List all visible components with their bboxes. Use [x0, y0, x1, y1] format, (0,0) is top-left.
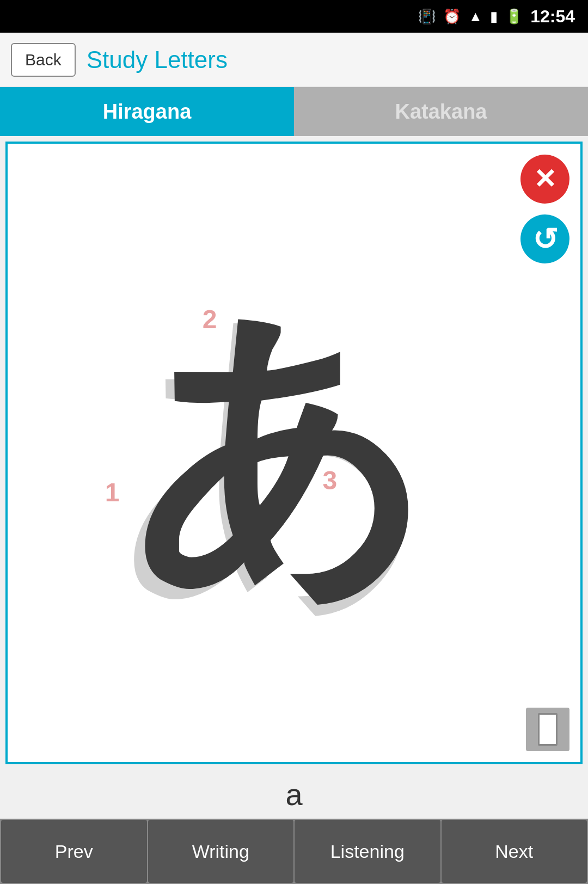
- wifi-icon: ▲: [468, 8, 482, 25]
- top-bar: Back Study Letters: [0, 33, 588, 87]
- battery-icon: 🔋: [505, 8, 523, 25]
- toggle-button[interactable]: [526, 708, 569, 751]
- canvas-container[interactable]: あ あ 1 2 3: [5, 142, 583, 764]
- listening-button[interactable]: Listening: [295, 820, 440, 883]
- alarm-icon: ⏰: [443, 8, 461, 25]
- status-bar: 📳 ⏰ ▲ ▮ 🔋 12:54: [0, 0, 588, 33]
- refresh-button[interactable]: [520, 214, 569, 263]
- tab-katakana[interactable]: Katakana: [294, 87, 588, 136]
- stroke-number-1: 1: [105, 477, 120, 507]
- next-button[interactable]: Next: [442, 820, 587, 883]
- close-button[interactable]: [520, 155, 569, 204]
- tab-hiragana[interactable]: Hiragana: [0, 87, 294, 136]
- signal-icon: ▮: [490, 8, 498, 25]
- writing-button[interactable]: Writing: [148, 820, 294, 883]
- page-title: Study Letters: [87, 46, 228, 73]
- toggle-inner-icon: [538, 713, 558, 746]
- char-area: あ あ 1 2 3: [8, 144, 580, 762]
- romanization-area: a: [0, 770, 588, 819]
- bottom-nav: Prev Writing Listening Next: [0, 819, 588, 884]
- drawn-character: あ: [128, 306, 430, 600]
- romanization-text: a: [285, 777, 302, 812]
- vibrate-icon: 📳: [418, 8, 436, 25]
- back-button[interactable]: Back: [11, 43, 76, 77]
- prev-button[interactable]: Prev: [1, 820, 147, 883]
- status-time: 12:54: [530, 7, 575, 27]
- tab-bar: Hiragana Katakana: [0, 87, 588, 136]
- stroke-number-2: 2: [203, 304, 217, 334]
- stroke-number-3: 3: [323, 465, 338, 495]
